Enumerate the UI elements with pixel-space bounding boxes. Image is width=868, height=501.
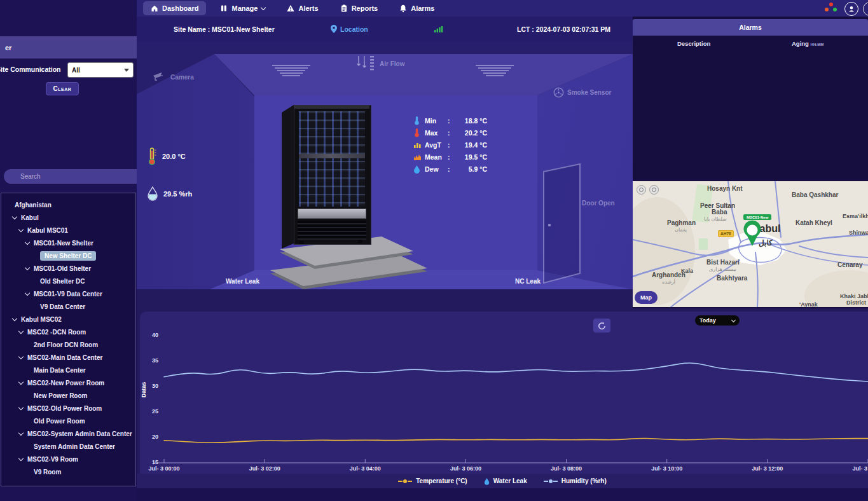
tree-item-msc01-v9-data-center[interactable]: MSC01-V9 Data Center [1, 287, 160, 300]
location-pin-icon [331, 25, 337, 33]
air-flow-icon [356, 55, 375, 72]
map-label: پغمان [675, 227, 687, 233]
map-button[interactable]: Map [635, 291, 658, 304]
tree-item-msc02-system-admin-data-center[interactable]: MSC02-System Admin Data Center [1, 427, 153, 440]
ceiling-vent-icon [474, 64, 516, 77]
tree-item-kabul-msc02[interactable]: Kabul MSC02 [1, 313, 147, 326]
map-label: Paghman [667, 219, 696, 226]
ceiling-vent-icon [270, 64, 312, 77]
map-label: Arghandeh [652, 271, 685, 278]
rack-psu [298, 209, 366, 219]
map-control-icon[interactable] [649, 185, 659, 195]
rack-servers [299, 111, 365, 207]
tree-item-label: V9 Room [34, 469, 61, 476]
tree-item-msc01-old-shelter[interactable]: MSC01-Old Shelter [1, 262, 160, 275]
air-flow-label: Air Flow [380, 60, 404, 67]
line-dot-marker [398, 479, 412, 483]
nav-reports[interactable]: Reports [333, 1, 386, 15]
smoke-sensor-indicator: Smoke Sensor [553, 87, 611, 98]
status-dot-red [829, 3, 833, 6]
series-humidity-rh- [164, 363, 868, 381]
tree-item-msc02-dcn-room[interactable]: MSC02 -DCN Room [1, 326, 153, 338]
chevron-down-icon[interactable] [12, 316, 17, 321]
legend-label: Temperature (°C) [416, 477, 467, 484]
chevron-down-icon[interactable] [18, 227, 24, 232]
thermometer-icon [147, 147, 157, 166]
nav-dashboard[interactable]: Dashboard [143, 1, 206, 15]
humidity-drop-icon [147, 186, 158, 202]
manage-icon [220, 4, 228, 12]
nav-alerts[interactable]: Alerts [279, 1, 326, 15]
stat-value: 19.5 °C [457, 153, 487, 161]
tree-item-system-admin-data-center[interactable]: System Admin Data Center [1, 440, 160, 453]
chevron-down-icon[interactable] [25, 240, 30, 245]
tree-item-msc02-v9-room[interactable]: MSC02-V9 Room [1, 453, 153, 465]
tree-item-msc02-old-power-room[interactable]: MSC02-Old Power Room [1, 402, 153, 415]
site-communication-select[interactable]: All [67, 62, 134, 78]
tree-item-kabul-msc01[interactable]: Kabul MSC01 [1, 224, 153, 237]
chevron-down-icon[interactable] [18, 354, 24, 359]
droplet-icon [484, 477, 490, 485]
bars-icon [413, 141, 425, 149]
legend-item-temperature-c-[interactable]: Temperature (°C) [398, 477, 467, 484]
rack-logo-strip [299, 154, 365, 158]
legend-item-water-leak[interactable]: Water Leak [484, 477, 527, 485]
search-input[interactable] [4, 169, 155, 184]
stat-row-max: Max:20.2 °C [413, 127, 487, 139]
chevron-down-icon[interactable] [25, 291, 30, 296]
chevron-down-icon[interactable] [18, 380, 24, 385]
tree-item-label: MSC01-V9 Data Center [34, 291, 102, 298]
map-control-icon[interactable] [637, 185, 646, 195]
drop-icon [413, 165, 425, 174]
map-widget[interactable]: Hosayn KntBaba QashkharPeer SultanBabaسل… [633, 181, 868, 307]
chevron-down-icon[interactable] [18, 405, 24, 410]
camera-label: Camera [170, 74, 194, 81]
tree-item-label: New Power Room [34, 392, 87, 399]
room-humidity-readout: 29.5 %rh [147, 186, 192, 202]
chevron-down-icon[interactable] [25, 265, 30, 270]
door-frame [541, 161, 583, 286]
chevron-down-icon[interactable] [12, 214, 17, 219]
x-tick-label: Jul- 3 06:00 [437, 465, 494, 472]
legend-item-humidity-rh-[interactable]: Humidity (%rh) [544, 477, 607, 484]
sidebar-header: er [0, 36, 142, 58]
x-tick-label: Jul- 3 14:00 [839, 465, 868, 472]
tree-item-label: Kabul [21, 214, 39, 221]
local-time: LCT : 2024-07-03 02:07:31 PM [517, 17, 610, 41]
tree-item-label: MSC02-Main Data Center [27, 354, 102, 361]
nc-leak-label: NC Leak [515, 278, 541, 285]
tree-item-msc02-new-power-room[interactable]: MSC02-New Power Room [1, 376, 153, 389]
smoke-sensor-label: Smoke Sensor [567, 89, 611, 96]
x-axis-labels: Jul- 3 00:00Jul- 3 02:00Jul- 3 04:00Jul-… [137, 465, 868, 474]
room-humidity-value: 29.5 %rh [163, 190, 192, 198]
clear-button[interactable]: Clear [46, 82, 79, 95]
smoke-sensor-icon [553, 87, 564, 98]
nav-manage[interactable]: Manage [212, 1, 273, 15]
map-label: Khaki Jabba [840, 293, 868, 299]
alert-triangle-icon [287, 4, 294, 12]
tree-item-msc02-main-data-center[interactable]: MSC02-Main Data Center [1, 351, 153, 364]
tree-item-new-power-room[interactable]: New Power Room [1, 389, 160, 402]
x-tick-label: Jul- 3 12:00 [739, 465, 796, 472]
nav-alarms[interactable]: Alarms [392, 1, 442, 15]
chevron-down-icon[interactable] [18, 456, 24, 461]
series-temperature-c- [164, 438, 868, 443]
tree-item-2nd-floor-dcn-room[interactable]: 2nd Floor DCN Room [1, 338, 160, 351]
tree-item-afghanistan[interactable]: Afghanistan [1, 198, 141, 211]
chevron-down-icon[interactable] [18, 430, 24, 436]
tree-item-msc01-new-shelter[interactable]: MSC01-New Shelter [1, 237, 160, 249]
rack-top-trim [294, 106, 369, 109]
tree-item-main-data-center[interactable]: Main Data Center [1, 364, 160, 376]
tree-item-label: V9 Data Center [40, 303, 85, 310]
site-info-bar: Site Name : MSC01-New Shelter Location L… [137, 17, 633, 42]
user-avatar[interactable] [844, 2, 858, 16]
chevron-down-icon[interactable] [18, 329, 24, 334]
location-link[interactable]: Location [331, 17, 368, 41]
door-open-label: Door Open [582, 200, 615, 207]
tree-item-old-power-room[interactable]: Old Power Room [1, 415, 160, 427]
air-flow-indicator: Air Flow [356, 55, 404, 72]
site-marker-pin[interactable] [740, 218, 765, 247]
map-label: District [846, 299, 866, 306]
tree-item-kabul[interactable]: Kabul [1, 211, 147, 224]
tree-item-label: Kabul MSC01 [27, 227, 68, 234]
